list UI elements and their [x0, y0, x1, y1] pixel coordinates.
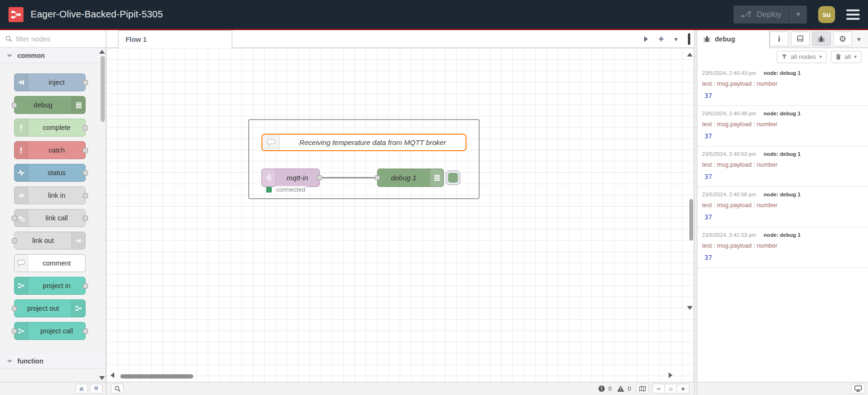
message-value: 37: [702, 173, 863, 180]
navigator-map-button[interactable]: [636, 384, 649, 394]
palette-node-comment[interactable]: comment: [14, 254, 86, 272]
warning-icon: [617, 385, 624, 392]
deploy-label: Deploy: [757, 10, 781, 19]
message-property: test : msg.payload : number: [702, 121, 863, 128]
message-property: test : msg.payload : number: [702, 242, 863, 249]
message-timestamp: 23/5/2024, 2:40:48 pm: [702, 111, 756, 116]
tab-debug[interactable]: debug: [697, 30, 770, 48]
flow-list-caret[interactable]: ▾: [674, 35, 678, 43]
error-count: 0: [608, 385, 612, 392]
input-port: [12, 306, 17, 311]
mqtt-in-node[interactable]: mqtt-in: [261, 169, 320, 187]
bug-icon: [703, 35, 710, 43]
scroll-tabs-right-arrow[interactable]: [644, 36, 648, 42]
expand-categories-button[interactable]: [90, 384, 103, 394]
search-icon: [5, 35, 12, 42]
message-source: node: debug 1: [764, 192, 801, 197]
zoom-reset-button[interactable]: ○: [664, 384, 677, 394]
debug-message[interactable]: 23/5/2024, 2:40:48 pmnode: debug 1 test …: [697, 106, 868, 146]
canvas-scroll-right-arrow[interactable]: [669, 372, 672, 378]
output-port: [83, 170, 88, 176]
deploy-button[interactable]: Deploy ▼: [734, 6, 807, 24]
palette-node-link-out[interactable]: link out: [14, 232, 86, 250]
palette-node-project-call[interactable]: project call: [14, 322, 86, 340]
canvas-scroll-left-arrow[interactable]: [110, 372, 114, 378]
status-text: connected: [275, 186, 306, 193]
palette-node-link-call[interactable]: link call: [14, 209, 86, 227]
palette-node-inject[interactable]: inject: [14, 73, 86, 91]
debug-toolbar: all nodes ▾ all ▾: [697, 48, 868, 65]
debug-message[interactable]: 23/5/2024, 2:40:43 pmnode: debug 1 test …: [697, 65, 868, 106]
palette-category-common[interactable]: common: [0, 48, 106, 63]
output-port: [83, 80, 88, 85]
flow-tabbar: Flow 1 + ▾: [106, 30, 694, 48]
exclamation-icon: !: [15, 142, 28, 159]
canvas-vscroll-thumb[interactable]: [689, 199, 693, 241]
node-status: connected: [266, 186, 306, 193]
user-avatar[interactable]: su: [818, 6, 835, 23]
clear-messages-button[interactable]: all ▾: [831, 51, 861, 63]
comment-node-selected[interactable]: Receiving temperature data from MQTT bro…: [261, 134, 466, 151]
palette-node-debug[interactable]: debug: [14, 96, 86, 114]
flow-canvas[interactable]: Receiving temperature data from MQTT bro…: [106, 48, 694, 382]
sidebar-menu-caret[interactable]: ▾: [854, 35, 864, 43]
message-value: 37: [702, 132, 863, 140]
message-value: 37: [702, 254, 863, 261]
zoom-out-button[interactable]: −: [652, 384, 665, 394]
warning-count: 0: [628, 385, 631, 392]
palette-footer: [0, 382, 106, 395]
palette-node-catch[interactable]: ! catch: [14, 141, 86, 159]
toggle-sidebar-button[interactable]: [851, 384, 865, 394]
canvas-scroll-up-arrow[interactable]: [687, 53, 693, 56]
sidebar-tabbar: debug i ⚙ ▾: [697, 30, 868, 48]
output-port: [83, 216, 88, 221]
palette-node-project-out[interactable]: project out: [14, 299, 86, 317]
pulse-icon: [15, 164, 28, 181]
debug-message[interactable]: 23/5/2024, 2:40:53 pmnode: debug 1 test …: [697, 146, 868, 187]
canvas-hscroll-thumb[interactable]: [120, 374, 193, 379]
add-flow-button[interactable]: +: [658, 34, 664, 44]
debug-message[interactable]: 23/5/2024, 2:40:58 pmnode: debug 1 test …: [697, 187, 868, 227]
message-source: node: debug 1: [764, 111, 801, 116]
scroll-down-arrow[interactable]: [99, 376, 105, 380]
debug-1-node[interactable]: debug 1: [377, 169, 444, 187]
canvas-scroll-down-arrow[interactable]: [687, 306, 693, 310]
input-port: [12, 329, 17, 334]
page-title: Eager-Olive-Backed-Pipit-5305: [31, 9, 163, 20]
help-tab-button[interactable]: [791, 32, 810, 46]
palette-category-function[interactable]: function: [0, 353, 106, 369]
scrollbar-thumb[interactable]: [101, 56, 105, 122]
palette-scrollbar[interactable]: [99, 48, 106, 382]
debug-enable-toggle[interactable]: [446, 170, 460, 185]
palette-search[interactable]: [0, 30, 106, 48]
main-menu-button[interactable]: [846, 9, 860, 20]
filter-nodes-button[interactable]: all nodes ▾: [777, 51, 827, 63]
filter-funnel-icon: [781, 54, 787, 60]
message-timestamp: 23/5/2024, 2:40:43 pm: [702, 70, 756, 76]
sidebar-splitter[interactable]: [694, 30, 697, 395]
tab-flow-1[interactable]: Flow 1: [118, 30, 232, 48]
input-port: [12, 103, 17, 108]
info-tab-button[interactable]: i: [770, 32, 789, 46]
palette-node-link-in[interactable]: link in: [14, 186, 86, 204]
input-port[interactable]: [375, 175, 380, 180]
debug-tab-button[interactable]: [812, 32, 831, 46]
zoom-in-button[interactable]: +: [677, 384, 689, 394]
debug-message[interactable]: 23/5/2024, 2:41:03 pmnode: debug 1 test …: [697, 227, 868, 268]
output-port: [83, 329, 88, 334]
filter-nodes-input[interactable]: [16, 35, 110, 43]
scroll-up-arrow[interactable]: [99, 50, 105, 54]
palette-node-complete[interactable]: ! complete: [14, 119, 86, 137]
search-flows-button[interactable]: [111, 384, 124, 394]
palette-node-status[interactable]: status: [14, 164, 86, 182]
exclamation-icon: !: [15, 119, 28, 136]
config-tab-button[interactable]: ⚙: [833, 32, 852, 46]
message-timestamp: 23/5/2024, 2:40:58 pm: [702, 192, 756, 197]
collapse-categories-button[interactable]: [75, 384, 88, 394]
canvas-footer: 0 0 − ○ +: [106, 382, 694, 395]
message-source: node: debug 1: [764, 232, 801, 238]
palette-node-project-in[interactable]: project in: [14, 277, 86, 295]
header: Eager-Olive-Backed-Pipit-5305 Deploy: [0, 0, 868, 29]
output-port[interactable]: [317, 175, 322, 180]
deploy-options-caret[interactable]: ▼: [789, 6, 807, 24]
